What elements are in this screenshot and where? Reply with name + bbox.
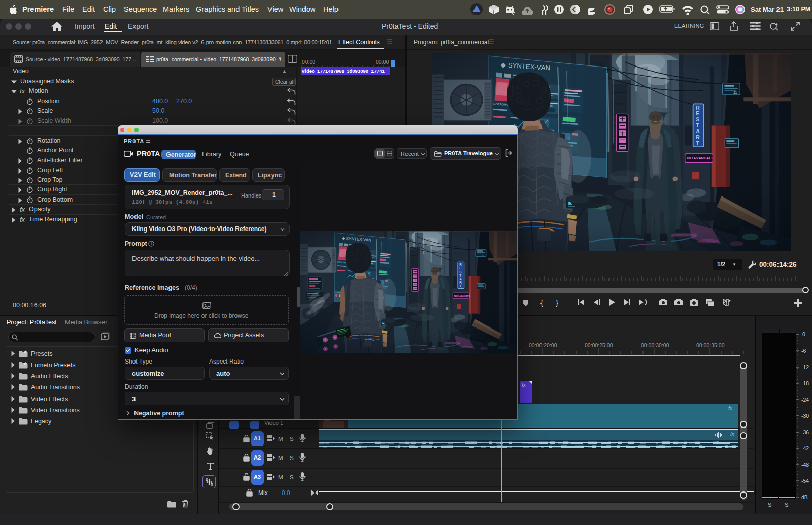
svg-text:{: {	[540, 298, 543, 307]
svg-text:}: }	[556, 298, 558, 307]
